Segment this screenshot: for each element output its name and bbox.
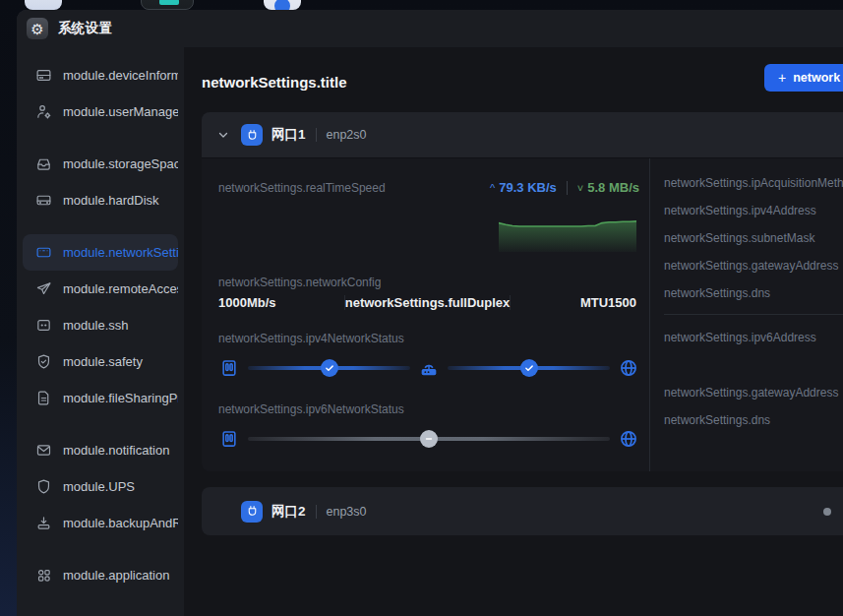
download-speed: ˅ 5.8 MB/s [577,180,639,195]
connection-segment [248,366,410,370]
dash-circle-icon [420,430,438,448]
network-card-icon [34,244,52,262]
paper-plane-icon [34,280,52,298]
hard-disk-icon [34,192,52,210]
ipv6-gateway-address-label: networkSettings.gatewayAddress [664,386,843,398]
mtu-value: MTU1500 [511,295,639,310]
interface-2-name: 网口2 [271,503,306,521]
sidebar-item-notification[interactable]: module.notification [23,432,178,468]
sidebar-item-file-sharing-protocol[interactable]: module.fileSharingProtocol [23,380,178,416]
sidebar-item-label: module.backupAndRestore [63,516,178,530]
upload-speed: ^ 79.3 KB/s [490,180,557,195]
dns-label: networkSettings.dns [664,286,843,298]
document-icon [34,390,52,407]
backup-icon [34,515,52,532]
link-speed-value: 1000Mb/s [218,295,344,310]
ethernet-plug-icon [241,124,263,146]
throughput-sparkline-chart [499,211,636,252]
system-settings-window: ⚙ 系统设置 module.deviceInformation [17,10,843,616]
sidebar-item-user-manager[interactable]: module.userManager [23,93,178,130]
interface-1-name: 网口1 [271,126,306,144]
network-settings-page: networkSettings.title + network [184,47,843,616]
sidebar-item-label: module.networkSettings [63,245,178,260]
sidebar-item-label: module.deviceInformation [63,68,178,83]
user-gear-icon [34,103,52,121]
ipv6-status-label: networkSettings.ipv6NetworkStatus [218,402,639,416]
spacer [664,358,843,386]
ip-acquisition-method-label: networkSettings.ipAcquisitionMethod [664,176,843,188]
sidebar-item-label: module.storageSpace [63,156,178,171]
sidebar-item-ssh[interactable]: module.ssh [23,307,178,343]
sidebar-item-label: module.fileSharingProtocol [63,391,178,405]
interface-1-device: enp2s0 [327,128,367,142]
sidebar-item-network-settings[interactable]: module.networkSettings [23,234,178,271]
sidebar-item-label: module.application [63,568,169,583]
page-title: networkSettings.title [202,74,347,91]
network-config-label: networkSettings.networkConfig [218,276,639,289]
nas-device-icon [218,428,240,450]
download-speed-value: 5.8 MB/s [587,180,639,195]
status-dot [823,508,831,516]
nas-device-icon [218,357,240,379]
sidebar-item-label: module.hardDisk [63,193,159,208]
divider [567,181,568,195]
shield-check-icon [34,353,52,371]
storage-tray-icon [34,155,52,173]
settings-sidebar: module.deviceInformation module.userMana… [17,47,184,616]
terminal-icon [34,317,52,335]
upload-arrow-icon: ^ [490,182,495,194]
chevron-down-icon[interactable] [215,127,231,143]
apps-grid-icon [34,567,52,585]
sidebar-item-application[interactable]: module.application [23,557,178,593]
dock-app-icon-3[interactable] [264,0,301,10]
globe-icon [618,357,639,379]
sidebar-item-label: module.remoteAccess [63,281,178,296]
check-circle-icon [520,359,538,377]
network-interface-card-1: 网口1 enp2s0 networkSettings.realTimeSpeed… [202,112,843,471]
realtime-speed-label: networkSettings.realTimeSpeed [218,181,386,195]
window-titlebar: ⚙ 系统设置 [17,10,843,47]
plus-icon: + [778,70,786,86]
divider [664,314,843,315]
ipv4-address-label: networkSettings.ipv4Address [664,204,843,216]
sidebar-item-label: module.ssh [63,318,128,333]
sidebar-item-label: module.notification [63,443,169,458]
ipv6-dns-label: networkSettings.dns [664,413,843,425]
sidebar-item-remote-access[interactable]: module.remoteAccess [23,271,178,307]
window-title: 系统设置 [58,20,112,37]
add-network-interface-button[interactable]: + network [764,64,843,92]
envelope-icon [34,442,52,460]
sidebar-item-backup-and-restore[interactable]: module.backupAndRestore [23,505,178,541]
shield-icon [34,478,52,496]
sidebar-item-device-information[interactable]: module.deviceInformation [23,57,178,93]
server-icon [34,67,52,85]
dock-app-icon-2[interactable] [141,0,194,10]
interface-1-header[interactable]: 网口1 enp2s0 [202,112,843,157]
network-interface-card-2[interactable]: 网口2 enp3s0 [202,487,843,535]
interface-2-device: enp3s0 [327,505,367,519]
add-button-label: network [793,71,840,85]
divider [316,128,317,142]
check-circle-icon [321,359,338,377]
duplex-value: networkSettings.fullDuplex [344,295,512,310]
connection-segment [448,366,610,370]
dock-app-icon-1[interactable] [25,0,62,10]
gear-icon: ⚙ [27,18,48,39]
ethernet-plug-icon [241,501,263,523]
sidebar-item-label: module.UPS [63,479,135,494]
sidebar-item-label: module.userManager [63,104,178,119]
sidebar-item-ups[interactable]: module.UPS [23,468,178,505]
ipv6-address-label: networkSettings.ipv6Address [664,331,843,342]
sidebar-item-storage-space[interactable]: module.storageSpace [23,146,178,182]
ipv4-status-label: networkSettings.ipv4NetworkStatus [218,332,639,345]
divider [316,505,317,519]
sidebar-item-label: module.safety [63,354,143,369]
upload-speed-value: 79.3 KB/s [499,180,557,195]
router-icon [418,357,440,379]
sidebar-item-hard-disk[interactable]: module.hardDisk [23,182,178,218]
connection-segment [248,437,610,441]
sidebar-item-safety[interactable]: module.safety [23,343,178,380]
interface-details-panel: networkSettings.ipAcquisitionMethod netw… [649,158,843,471]
gateway-address-label: networkSettings.gatewayAddress [664,259,843,271]
download-arrow-icon: ˅ [577,182,583,194]
